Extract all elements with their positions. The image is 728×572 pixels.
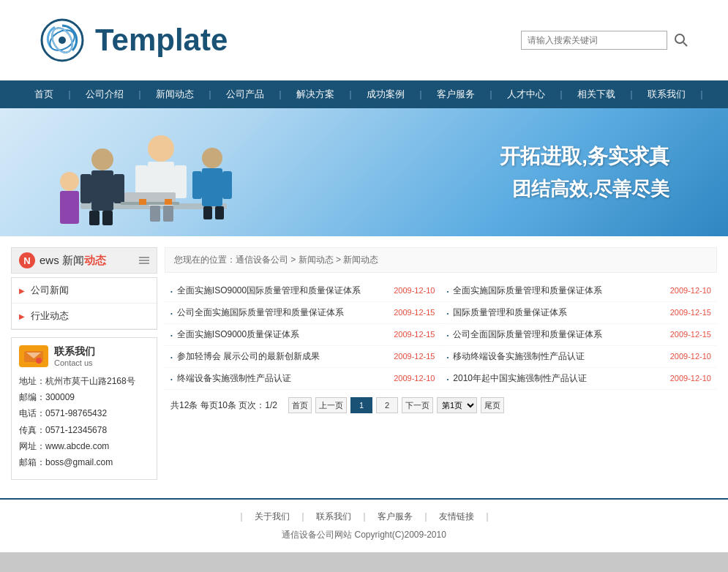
contact-post: 邮编：300009 xyxy=(19,391,149,404)
news-date: 2009-12-15 xyxy=(394,352,435,361)
sidebar-title-static: ews 新闻 xyxy=(40,254,84,266)
prev-page-button[interactable]: 上一页 xyxy=(315,397,347,413)
nav-link-talent[interactable]: 人才中心 xyxy=(495,80,557,108)
logo-text: Template xyxy=(95,23,228,58)
footer-sep: ｜ xyxy=(237,511,246,523)
main-content: N ews 新闻动态 ▶ 公司新闻 ▶ 行业动态 xyxy=(0,236,728,498)
nav-item-contact[interactable]: 联系我们 xyxy=(636,80,697,108)
svg-point-34 xyxy=(36,358,42,364)
sidebar-item-industry-news[interactable]: ▶ 行业动态 xyxy=(12,304,157,329)
phone-icon xyxy=(23,347,45,366)
contact-title: 联系我们 xyxy=(54,345,95,358)
svg-rect-12 xyxy=(89,211,100,225)
bullet-icon: • xyxy=(447,332,449,339)
page-2-button[interactable]: 2 xyxy=(376,397,398,413)
nav-item-products[interactable]: 公司产品 xyxy=(214,80,276,108)
svg-rect-22 xyxy=(222,171,232,199)
last-page-button[interactable]: 尾页 xyxy=(481,397,504,413)
svg-point-14 xyxy=(148,135,174,162)
nav-link-home[interactable]: 首页 xyxy=(23,80,65,108)
nav-link-solutions[interactable]: 解决方案 xyxy=(285,80,346,108)
news-title[interactable]: 公司全面国际质量管理和质量保证体系 xyxy=(453,328,667,341)
nav-link-news[interactable]: 新闻动态 xyxy=(144,80,206,108)
footer-link-contact[interactable]: 联系我们 xyxy=(307,511,360,523)
nav-link-cases[interactable]: 成功案例 xyxy=(355,80,416,108)
contact-subtitle: Contact us xyxy=(54,358,95,367)
bullet-icon: • xyxy=(447,310,449,317)
news-date: 2009-12-10 xyxy=(670,352,711,361)
nav-link-about[interactable]: 公司介绍 xyxy=(74,80,135,108)
bullet-icon: • xyxy=(447,354,449,361)
banner-line1: 开拓进取,务实求真 xyxy=(500,143,669,170)
news-title[interactable]: 全面实施ISO9000质量保证体系 xyxy=(177,328,391,341)
svg-rect-11 xyxy=(113,174,124,203)
bullet-icon: • xyxy=(170,376,173,383)
svg-point-4 xyxy=(59,37,66,44)
news-date: 2009-12-15 xyxy=(394,330,435,339)
nav-item-about[interactable]: 公司介绍 xyxy=(74,80,135,108)
nav-item-home[interactable]: 首页 xyxy=(23,80,65,108)
nav-item-talent[interactable]: 人才中心 xyxy=(495,80,557,108)
logo: Template xyxy=(37,15,228,66)
search-input[interactable] xyxy=(521,31,667,50)
nav-sep: ｜ xyxy=(697,89,706,101)
header: Template xyxy=(0,0,728,80)
contact-box: 联系我们 Contact us 地址：杭州市莫干山路2168号 邮编：30000… xyxy=(11,337,157,480)
news-title[interactable]: 公司全面实施国际质量管理和质量保证体系 xyxy=(177,306,391,319)
nav-link-service[interactable]: 客户服务 xyxy=(425,80,487,108)
svg-rect-25 xyxy=(215,206,224,219)
banner-line2: 团结高效,尽善尽美 xyxy=(500,176,669,202)
sidebar: N ews 新闻动态 ▶ 公司新闻 ▶ 行业动态 xyxy=(11,247,157,487)
sidebar-item-company-news[interactable]: ▶ 公司新闻 xyxy=(12,278,157,304)
svg-rect-10 xyxy=(80,174,91,203)
news-title[interactable]: 国际质量管理和质量保证体系 xyxy=(453,306,667,319)
news-title[interactable]: 全面实施国际质量管理和质量保证体系 xyxy=(453,285,667,297)
contact-fax: 传真：0571-12345678 xyxy=(19,424,149,437)
search-button[interactable] xyxy=(671,30,691,50)
nav-sep: ｜ xyxy=(135,89,144,101)
first-page-button[interactable]: 首页 xyxy=(288,397,312,413)
sidebar-title-dynamic: 动态 xyxy=(84,254,106,266)
news-title[interactable]: 参加轻博会 展示公司的最新创新成果 xyxy=(177,350,391,363)
svg-rect-23 xyxy=(192,171,202,199)
nav-item-solutions[interactable]: 解决方案 xyxy=(285,80,346,108)
list-item: • 终端设备实施强制性产品认证 2009-12-10 xyxy=(165,368,441,390)
footer-link-friends[interactable]: 友情链接 xyxy=(430,511,483,523)
nav-link-contact[interactable]: 联系我们 xyxy=(636,80,697,108)
nav-item-service[interactable]: 客户服务 xyxy=(425,80,487,108)
footer-link-about[interactable]: 关于我们 xyxy=(246,511,299,523)
news-title[interactable]: 终端设备实施强制性产品认证 xyxy=(177,372,391,385)
page-1-button[interactable]: 1 xyxy=(350,397,372,413)
news-date: 2009-12-10 xyxy=(394,374,435,383)
news-title[interactable]: 2010年起中国实施强制性产品认证 xyxy=(453,372,667,385)
news-title[interactable]: 移动终端设备实施强制性产品认证 xyxy=(453,350,667,363)
news-title[interactable]: 全面实施ISO9000国际质量管理和质量保证体系 xyxy=(177,285,391,297)
footer-link-service[interactable]: 客户服务 xyxy=(369,511,421,523)
svg-rect-21 xyxy=(202,168,222,206)
bullet-icon: • xyxy=(170,332,173,339)
svg-point-8 xyxy=(91,148,113,170)
news-date: 2009-12-15 xyxy=(394,308,435,317)
page-select[interactable]: 第1页 第2页 xyxy=(437,397,477,413)
svg-rect-24 xyxy=(203,206,212,219)
nav-item-download[interactable]: 相关下载 xyxy=(566,80,627,108)
search-icon xyxy=(674,33,688,48)
menu-lines-icon xyxy=(139,257,149,264)
arrow-icon: ▶ xyxy=(19,312,25,320)
bullet-icon: • xyxy=(170,288,173,295)
nav-item-cases[interactable]: 成功案例 xyxy=(355,80,416,108)
nav-item-news[interactable]: 新闻动态 xyxy=(144,80,206,108)
nav-link-download[interactable]: 相关下载 xyxy=(566,80,627,108)
banner-illustration xyxy=(37,108,271,236)
footer-sep: ｜ xyxy=(483,511,492,523)
list-item: • 国际质量管理和质量保证体系 2009-12-15 xyxy=(441,302,718,324)
arrow-icon: ▶ xyxy=(19,287,25,295)
next-page-button[interactable]: 下一页 xyxy=(402,397,433,413)
nav-sep: ｜ xyxy=(346,89,355,101)
news-date: 2009-12-10 xyxy=(394,286,435,295)
banner-text: 开拓进取,务实求真 团结高效,尽善尽美 xyxy=(500,143,669,202)
svg-line-6 xyxy=(683,42,687,46)
nav-link-products[interactable]: 公司产品 xyxy=(214,80,276,108)
pagination: 共12条 每页10条 页次：1/2 首页 上一页 1 2 下一页 第1页 第2页… xyxy=(165,390,717,421)
news-date: 2009-12-10 xyxy=(670,374,711,383)
